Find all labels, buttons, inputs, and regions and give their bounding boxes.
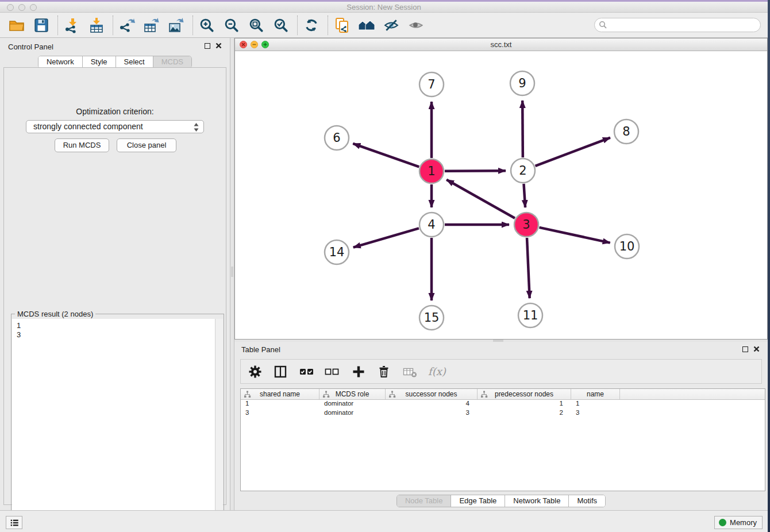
- network-canvas[interactable]: 7968124314101511: [235, 51, 767, 339]
- clone-network-icon[interactable]: [332, 16, 352, 35]
- table-cell[interactable]: dominator: [319, 400, 386, 409]
- edge-3-11[interactable]: [527, 238, 530, 298]
- deselect-all-icon[interactable]: [324, 363, 341, 380]
- table-cell[interactable]: 3: [241, 409, 319, 418]
- graph-node-11[interactable]: 11: [518, 303, 542, 327]
- memory-label: Memory: [730, 518, 757, 527]
- edge-3-10[interactable]: [539, 228, 610, 243]
- memory-button[interactable]: Memory: [714, 516, 763, 529]
- select-all-icon[interactable]: [298, 363, 315, 380]
- edge-2-3[interactable]: [523, 184, 525, 207]
- column-header-shared-name[interactable]: shared name: [241, 389, 319, 399]
- column-header-filler: [620, 389, 765, 399]
- edge-3-1[interactable]: [446, 180, 515, 218]
- home-icon[interactable]: [357, 16, 376, 35]
- open-file-icon[interactable]: [7, 16, 26, 35]
- graph-node-1[interactable]: 1: [419, 159, 444, 183]
- optimization-criterion-dropdown[interactable]: strongly connected component: [26, 120, 204, 133]
- tab-network-table[interactable]: Network Table: [505, 495, 568, 507]
- close-panel-icon[interactable]: [753, 346, 760, 352]
- edge-2-9[interactable]: [522, 101, 523, 157]
- tab-mcds[interactable]: MCDS: [153, 56, 191, 68]
- splitter-grip[interactable]: [231, 267, 233, 277]
- svg-text:3: 3: [522, 218, 530, 232]
- import-network-icon[interactable]: [62, 16, 82, 35]
- graph-node-15[interactable]: 15: [419, 306, 444, 330]
- tab-motifs[interactable]: Motifs: [568, 495, 605, 507]
- table-cell[interactable]: 3: [571, 409, 620, 418]
- table-cell[interactable]: 1: [571, 400, 620, 409]
- table-body: 1dominator4113dominator323: [241, 400, 765, 418]
- vertical-splitter[interactable]: [230, 38, 234, 510]
- zoom-fit-icon[interactable]: [247, 16, 266, 35]
- memory-status-icon: [719, 519, 726, 526]
- float-panel-icon[interactable]: [742, 346, 748, 352]
- table-row[interactable]: 1dominator411: [241, 400, 765, 409]
- graph-node-6[interactable]: 6: [325, 126, 349, 150]
- graph-node-14[interactable]: 14: [325, 240, 349, 264]
- destroy-table-icon[interactable]: [402, 363, 419, 380]
- tab-select[interactable]: Select: [116, 56, 153, 68]
- save-session-icon[interactable]: [32, 16, 51, 35]
- column-header-predecessor-nodes[interactable]: predecessor nodes: [478, 389, 571, 399]
- graph-node-4[interactable]: 4: [419, 213, 444, 237]
- control-panel-tabs: NetworkStyleSelectMCDS: [38, 56, 192, 68]
- table-cell[interactable]: 1: [241, 400, 319, 409]
- delete-trash-icon[interactable]: [375, 363, 392, 380]
- import-table-icon[interactable]: [87, 16, 106, 35]
- hide-panel-eye-slash-icon[interactable]: [382, 16, 401, 35]
- apply-layout-icon[interactable]: [302, 16, 321, 35]
- close-panel-button[interactable]: Close panel: [117, 138, 176, 152]
- float-panel-icon[interactable]: [205, 43, 210, 49]
- close-panel-icon[interactable]: [215, 43, 222, 49]
- column-header-MCDS-role[interactable]: MCDS role: [319, 389, 386, 399]
- graph-node-9[interactable]: 9: [510, 71, 534, 95]
- result-scrollbar[interactable]: [215, 319, 223, 530]
- column-label: successor nodes: [405, 390, 457, 398]
- show-eye-icon[interactable]: [406, 16, 426, 35]
- mcds-result-area[interactable]: 1 3: [12, 319, 223, 530]
- column-label: shared name: [260, 390, 300, 398]
- edge-1-2[interactable]: [445, 171, 506, 171]
- table-cell[interactable]: 1: [478, 400, 571, 409]
- column-header-name[interactable]: name: [571, 389, 620, 399]
- tab-node-table[interactable]: Node Table: [397, 495, 451, 507]
- function-builder-icon[interactable]: f(x): [427, 363, 450, 380]
- graph-node-10[interactable]: 10: [615, 234, 639, 259]
- zoom-out-icon[interactable]: [222, 16, 241, 35]
- graph-node-8[interactable]: 8: [614, 119, 638, 144]
- table-cell[interactable]: 4: [386, 400, 478, 409]
- export-image-icon[interactable]: [167, 16, 186, 35]
- column-header-successor-nodes[interactable]: successor nodes: [386, 389, 478, 399]
- graph-node-7[interactable]: 7: [419, 72, 444, 97]
- edge-2-8[interactable]: [536, 138, 610, 166]
- export-table-icon[interactable]: [142, 16, 161, 35]
- restore-panels-button[interactable]: [6, 516, 22, 529]
- toolbar-separator: [192, 16, 193, 35]
- edge-4-14[interactable]: [353, 228, 419, 247]
- edge-1-6[interactable]: [353, 144, 419, 167]
- table-panel-title: Table Panel: [241, 345, 280, 354]
- tab-edge-table[interactable]: Edge Table: [451, 495, 505, 507]
- zoom-selected-icon[interactable]: [271, 16, 291, 35]
- svg-text:1: 1: [428, 164, 435, 178]
- search-input[interactable]: [594, 18, 761, 32]
- graph-node-2[interactable]: 2: [511, 159, 535, 183]
- table-row[interactable]: 3dominator323: [241, 409, 765, 418]
- table-tabs: Node TableEdge TableNetwork TableMotifs: [396, 495, 606, 507]
- add-column-icon[interactable]: [350, 363, 367, 380]
- network-window-titlebar[interactable]: scc.txt: [235, 38, 767, 51]
- tab-style[interactable]: Style: [82, 56, 116, 68]
- table-cell[interactable]: 2: [478, 409, 571, 418]
- table-cell[interactable]: 3: [386, 409, 478, 418]
- export-network-icon[interactable]: [117, 16, 137, 35]
- table-cell[interactable]: dominator: [319, 409, 386, 418]
- columns-icon[interactable]: [272, 363, 289, 380]
- table-toolbar: f(x): [240, 359, 762, 384]
- main-toolbar: [0, 13, 768, 38]
- graph-node-3[interactable]: 3: [514, 213, 538, 237]
- zoom-in-icon[interactable]: [197, 16, 217, 35]
- tab-network[interactable]: Network: [38, 56, 82, 68]
- settings-gear-icon[interactable]: [247, 363, 264, 380]
- run-mcds-button[interactable]: Run MCDS: [55, 138, 109, 152]
